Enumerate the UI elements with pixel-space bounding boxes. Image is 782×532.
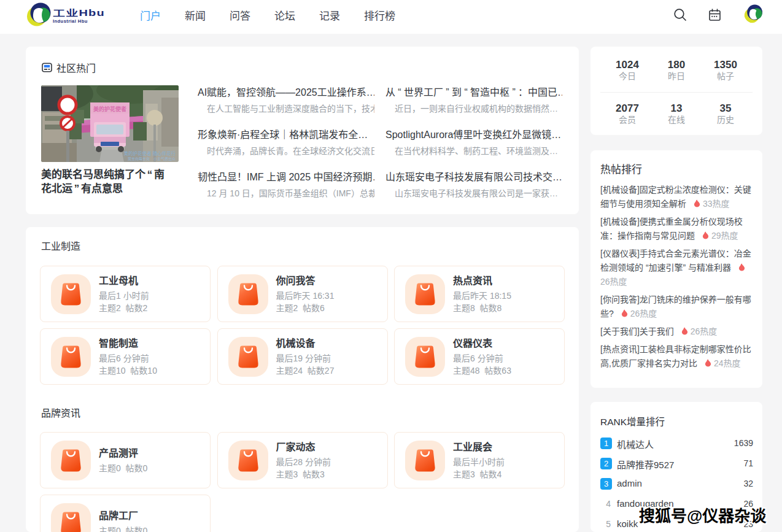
svg-text:寓支向每支充 小主气质出众: 寓支向每支充 小主气质出众	[128, 156, 176, 161]
svg-text:美的护花使者: 美的护花使者	[93, 106, 126, 112]
svg-text:美的护花使者 随心伴花行: 美的护花使者 随心伴花行	[123, 150, 176, 156]
